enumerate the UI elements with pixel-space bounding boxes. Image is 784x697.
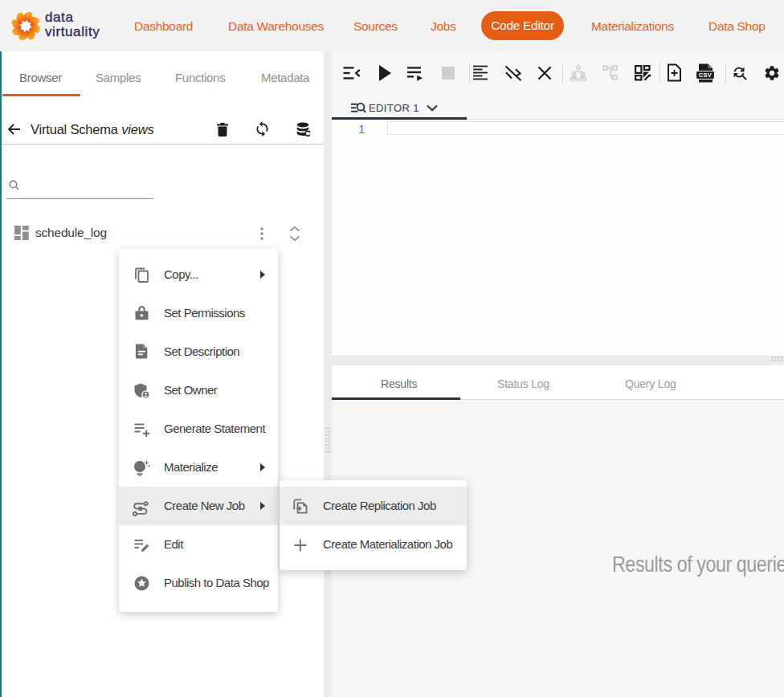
svg-text:CSV: CSV: [699, 71, 712, 79]
